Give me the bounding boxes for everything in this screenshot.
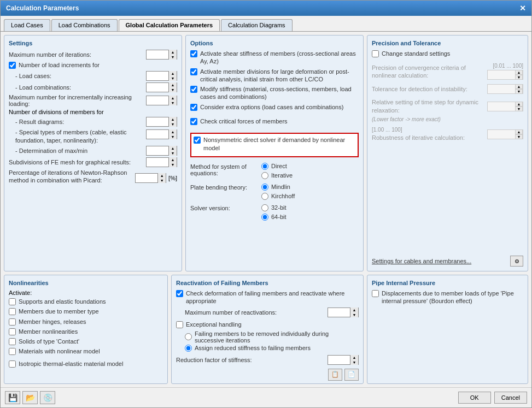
- instability-down[interactable]: ▼: [515, 89, 523, 94]
- member-hinges-checkbox[interactable]: [9, 318, 16, 326]
- timestep-up[interactable]: ▲: [515, 102, 523, 107]
- ok-button[interactable]: OK: [458, 392, 491, 404]
- failing-removed-radio[interactable]: [185, 333, 192, 340]
- solids-checkbox[interactable]: [9, 338, 16, 345]
- load-cases-input[interactable]: 1: [147, 72, 168, 80]
- modify-stiffness-checkbox[interactable]: [190, 86, 197, 93]
- materials-checkbox[interactable]: [9, 348, 16, 355]
- subdivisions-down[interactable]: ▼: [169, 162, 177, 167]
- special-types-up[interactable]: ▲: [169, 129, 177, 134]
- result-diagrams-up[interactable]: ▲: [169, 117, 177, 122]
- instability-input[interactable]: [488, 85, 515, 93]
- tab-global-calc[interactable]: Global Calculation Parameters: [119, 19, 220, 31]
- convergence-down[interactable]: ▼: [515, 75, 523, 80]
- determination-up[interactable]: ▲: [169, 146, 177, 151]
- method-section: Method for system of equations: Direct I…: [190, 163, 359, 225]
- determination-spinbox[interactable]: 10 ▲ ▼: [146, 146, 177, 156]
- max-reactivations-up[interactable]: ▲: [350, 308, 358, 312]
- convergence-input[interactable]: [488, 70, 515, 79]
- max-iterations-spinbox[interactable]: 100 ▲ ▼: [146, 50, 177, 60]
- result-diagrams-input[interactable]: 3: [147, 117, 168, 126]
- determination-down[interactable]: ▼: [169, 151, 177, 156]
- robustness-down[interactable]: ▼: [515, 134, 523, 139]
- subdivisions-spinbox[interactable]: 3 ▲ ▼: [146, 157, 177, 167]
- reactivation-icon-1[interactable]: 📋: [328, 369, 342, 381]
- direct-radio[interactable]: [261, 163, 268, 170]
- special-types-spinbox[interactable]: 10 ▲ ▼: [146, 129, 177, 139]
- percentage-input[interactable]: 5: [136, 174, 157, 182]
- consider-extra-checkbox[interactable]: [190, 104, 197, 111]
- max-reactivations-down[interactable]: ▼: [350, 312, 358, 317]
- timestep-input[interactable]: [488, 102, 515, 111]
- nonlinearities-panel: Nonlinearities Activate: Supports and el…: [4, 275, 168, 384]
- isotropic-checkbox[interactable]: [9, 360, 16, 368]
- member-nonlin-checkbox[interactable]: [9, 328, 16, 335]
- reduction-up[interactable]: ▲: [350, 355, 358, 360]
- close-button[interactable]: ✕: [519, 4, 526, 13]
- tab-load-cases[interactable]: Load Cases: [4, 19, 50, 31]
- solver-64-radio[interactable]: [261, 214, 268, 221]
- subdivisions-input[interactable]: 3: [147, 158, 168, 167]
- tab-calc-diagrams[interactable]: Calculation Diagrams: [221, 19, 293, 31]
- modify-stiffness-label: Modify stiffness (material, cross-sectio…: [200, 85, 359, 101]
- load-cases-spinbox[interactable]: 1 ▲ ▼: [146, 71, 177, 81]
- cables-icon-btn[interactable]: ⚙: [510, 256, 523, 267]
- instability-up[interactable]: ▲: [515, 84, 523, 89]
- supports-checkbox[interactable]: [9, 298, 16, 305]
- reduction-spinbox[interactable]: 1000 ▲ ▼: [328, 355, 359, 365]
- result-diagrams-down[interactable]: ▼: [169, 122, 177, 127]
- max-incrementally-down[interactable]: ▼: [169, 100, 177, 105]
- exceptional-checkbox[interactable]: [176, 321, 183, 328]
- convergence-up[interactable]: ▲: [515, 70, 523, 75]
- load-combinations-down[interactable]: ▼: [169, 87, 177, 92]
- reduction-down[interactable]: ▼: [350, 360, 358, 365]
- percentage-down[interactable]: ▼: [158, 178, 166, 183]
- determination-input[interactable]: 10: [147, 146, 168, 155]
- max-iterations-input[interactable]: 100: [147, 50, 168, 59]
- max-incrementally-up[interactable]: ▲: [169, 96, 177, 100]
- assign-reduced-radio[interactable]: [185, 345, 192, 352]
- check-deformation-checkbox[interactable]: [176, 290, 183, 297]
- load-combinations-spinbox[interactable]: 1 ▲ ▼: [146, 82, 177, 92]
- change-standard-checkbox[interactable]: [372, 50, 379, 57]
- footer-icon-2[interactable]: 📂: [22, 391, 38, 404]
- reactivation-icon-2[interactable]: 📄: [344, 369, 359, 381]
- members-type-checkbox[interactable]: [9, 308, 16, 315]
- check-deformation-row: Check deformation of failing members and…: [176, 289, 359, 305]
- load-cases-down[interactable]: ▼: [169, 76, 177, 81]
- result-diagrams-spinbox[interactable]: 3 ▲ ▼: [146, 117, 177, 127]
- kirchhoff-radio[interactable]: [261, 193, 268, 200]
- percentage-up[interactable]: ▲: [158, 173, 166, 178]
- solver-32-radio[interactable]: [261, 204, 268, 211]
- footer-icon-1[interactable]: 💾: [5, 391, 20, 404]
- load-cases-up[interactable]: ▲: [169, 71, 177, 76]
- footer-icon-3[interactable]: 💿: [40, 391, 55, 404]
- tab-load-combinations[interactable]: Load Combinations: [51, 19, 118, 31]
- robustness-up[interactable]: ▲: [515, 129, 523, 134]
- robustness-input[interactable]: [488, 130, 515, 139]
- max-iterations-down[interactable]: ▼: [169, 55, 177, 60]
- pipe-displacements-checkbox[interactable]: [372, 290, 379, 297]
- nonsymmetric-checkbox[interactable]: [194, 137, 201, 144]
- special-types-input[interactable]: 10: [147, 130, 168, 139]
- mindlin-radio[interactable]: [261, 184, 268, 191]
- cables-link[interactable]: Settings for cables and membranes...: [372, 258, 471, 264]
- max-incrementally-input[interactable]: 1000: [147, 96, 168, 105]
- iterative-radio[interactable]: [261, 172, 268, 179]
- activate-member-checkbox[interactable]: [190, 68, 197, 75]
- load-combinations-up[interactable]: ▲: [169, 82, 177, 87]
- timestep-down[interactable]: ▼: [515, 107, 523, 111]
- percentage-spinbox[interactable]: 5 ▲ ▼: [135, 173, 166, 183]
- max-reactivations-input[interactable]: 3: [328, 308, 350, 317]
- load-combinations-input[interactable]: 1: [147, 83, 168, 92]
- activate-shear-checkbox[interactable]: [190, 50, 197, 57]
- max-iterations-up[interactable]: ▲: [169, 50, 177, 55]
- max-incrementally-spinbox[interactable]: 1000 ▲ ▼: [146, 96, 177, 105]
- check-critical-checkbox[interactable]: [190, 118, 197, 125]
- subdivisions-up[interactable]: ▲: [169, 157, 177, 162]
- cancel-button[interactable]: Cancel: [494, 392, 527, 404]
- load-increments-checkbox[interactable]: [9, 62, 16, 69]
- max-reactivations-spinbox[interactable]: 3 ▲ ▼: [328, 308, 359, 317]
- special-types-down[interactable]: ▼: [169, 134, 177, 139]
- reduction-input[interactable]: 1000: [328, 356, 350, 364]
